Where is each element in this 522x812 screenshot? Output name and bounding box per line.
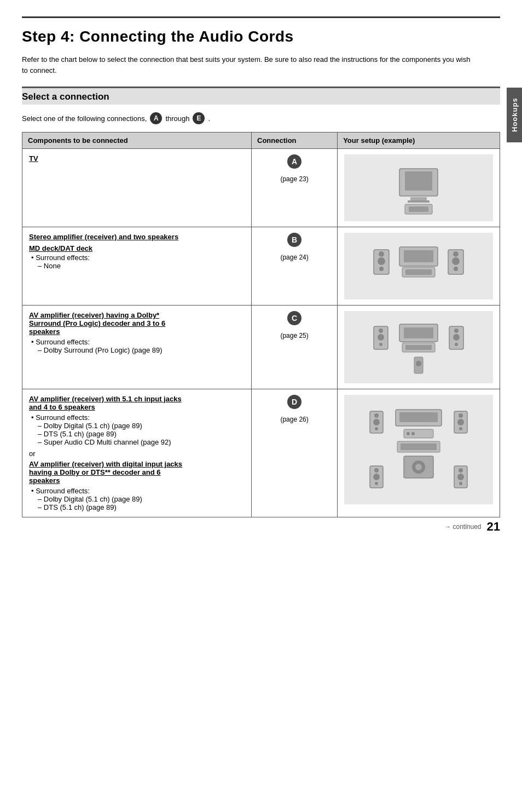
- setup-cell-tv: [338, 149, 500, 227]
- bullet-surround-stereo: Surround effects:: [31, 254, 245, 262]
- connections-table: Components to be connected Connection Yo…: [22, 132, 500, 517]
- svg-point-42: [373, 474, 380, 480]
- svg-rect-25: [405, 345, 432, 350]
- diagram-svg-dolby: [369, 314, 468, 380]
- setup-cell-av-dolby: [338, 306, 500, 389]
- setup-cell-stereo: [338, 227, 500, 306]
- diagram-svg-tv: [369, 158, 468, 218]
- sub-bullet-dolby-digital-2: Dolby Digital (5.1 ch) (page 89): [38, 495, 245, 503]
- header-components: Components to be connected: [22, 133, 252, 149]
- instruction-period: .: [208, 114, 210, 123]
- svg-point-43: [375, 482, 378, 485]
- sub-bullet-dts-51: DTS (5.1 ch) (page 89): [38, 430, 245, 438]
- svg-point-34: [373, 419, 380, 425]
- svg-point-9: [379, 267, 384, 271]
- sub-bullet-none: None: [38, 262, 245, 270]
- svg-point-45: [459, 468, 463, 473]
- page-ref-d: (page 26): [280, 416, 308, 423]
- svg-rect-23: [404, 327, 433, 338]
- bullet-list-digital: Surround effects:: [29, 487, 245, 495]
- component-title-av-digital: AV amplifier (receiver) with digital inp…: [29, 460, 245, 485]
- table-row-tv: TV A (page 23): [22, 149, 500, 227]
- svg-point-15: [453, 251, 459, 257]
- setup-diagram-stereo: [344, 233, 493, 300]
- svg-point-41: [374, 468, 379, 473]
- svg-point-29: [455, 343, 458, 346]
- svg-point-51: [407, 432, 410, 435]
- setup-diagram-tv: [344, 154, 493, 221]
- svg-point-7: [379, 251, 384, 257]
- side-tab: Hookups: [507, 88, 522, 142]
- svg-rect-3: [408, 200, 430, 203]
- page-container: Hookups Step 4: Connecting the Audio Cor…: [0, 0, 522, 550]
- page-number: 21: [487, 520, 500, 534]
- bullet-list-51: Surround effects:: [29, 413, 245, 422]
- bullet-surround-51: Surround effects:: [31, 413, 245, 422]
- connection-cell-51: D (page 26): [252, 389, 338, 517]
- sub-bullet-stereo: None: [29, 262, 245, 270]
- svg-point-38: [457, 419, 464, 425]
- component-title-stereo: Stereo amplifier (receiver) and two spea…: [29, 233, 245, 241]
- bullet-surround-digital: Surround effects:: [31, 487, 245, 495]
- section-header: Select a connection: [22, 87, 500, 105]
- components-cell-stereo: Stereo amplifier (receiver) and two spea…: [22, 227, 252, 306]
- bullet-surround-dolby: Surround effects:: [31, 338, 245, 346]
- svg-rect-54: [401, 444, 437, 450]
- svg-point-39: [459, 427, 462, 430]
- component-title-av-51: AV amplifier (receiver) with 5.1 ch inpu…: [29, 395, 245, 411]
- badge-wrap-c: C (page 25): [258, 311, 330, 339]
- sub-bullet-dolby-surround: Dolby Surround (Pro Logic) (page 89): [38, 346, 245, 354]
- page-ref-b: (page 24): [280, 254, 308, 261]
- svg-point-28: [453, 334, 460, 341]
- table-row-stereo: Stereo amplifier (receiver) and two spea…: [22, 227, 500, 306]
- page-footer: → continued 21: [444, 520, 500, 534]
- or-separator: or: [29, 450, 245, 458]
- sub-bullet-dolby: Dolby Surround (Pro Logic) (page 89): [29, 346, 245, 354]
- top-border: [22, 16, 500, 18]
- svg-point-17: [454, 267, 458, 271]
- sub-bullet-51: Dolby Digital (5.1 ch) (page 89) DTS (5.…: [29, 422, 245, 446]
- svg-point-31: [416, 361, 421, 366]
- connection-cell-dolby: C (page 25): [252, 306, 338, 389]
- badge-a: A: [287, 154, 301, 169]
- svg-point-27: [454, 329, 459, 333]
- component-title-av-dolby: AV amplifier (receiver) having a Dolby*S…: [29, 311, 245, 336]
- section-title: Select a connection: [22, 91, 109, 102]
- diagram-svg-51: [367, 403, 471, 496]
- badge-a-instruction: A: [150, 112, 162, 124]
- svg-point-57: [415, 464, 422, 470]
- svg-point-35: [375, 427, 378, 430]
- continued-text: → continued: [444, 523, 481, 531]
- connection-cell-tv: A (page 23): [252, 149, 338, 227]
- badge-d: D: [287, 395, 301, 409]
- page-ref-c: (page 25): [280, 332, 308, 339]
- svg-point-52: [411, 432, 415, 435]
- components-cell-tv: TV: [22, 149, 252, 227]
- table-header-row: Components to be connected Connection Yo…: [22, 133, 500, 149]
- svg-point-46: [457, 474, 464, 480]
- svg-rect-2: [410, 197, 427, 200]
- sub-bullet-super-audio: Super Audio CD Multi channel (page 92): [38, 438, 245, 446]
- setup-cell-av-51: [338, 389, 500, 517]
- svg-point-47: [459, 482, 462, 485]
- badge-wrap-b: B (page 24): [258, 233, 330, 261]
- svg-point-33: [374, 413, 379, 418]
- page-ref-a: (page 23): [280, 175, 308, 183]
- sub-bullet-dolby-digital: Dolby Digital (5.1 ch) (page 89): [38, 422, 245, 430]
- bullet-list-stereo: Surround effects:: [29, 254, 245, 262]
- diagram-svg-stereo: [369, 236, 468, 296]
- table-row-av-51: AV amplifier (receiver) with 5.1 ch inpu…: [22, 389, 500, 517]
- instruction-through: through: [165, 114, 189, 123]
- header-setup: Your setup (example): [338, 133, 500, 149]
- components-cell-av-51: AV amplifier (receiver) with 5.1 ch inpu…: [22, 389, 252, 517]
- svg-rect-13: [405, 269, 432, 275]
- svg-point-19: [379, 329, 383, 333]
- svg-point-21: [379, 343, 382, 346]
- setup-diagram-av-51: [344, 395, 493, 504]
- setup-diagram-av-dolby: [344, 311, 493, 383]
- badge-e-instruction: E: [193, 112, 205, 124]
- badge-wrap-d: D (page 26): [258, 395, 330, 423]
- svg-point-37: [459, 413, 463, 418]
- svg-rect-11: [404, 250, 433, 262]
- sub-bullet-digital: Dolby Digital (5.1 ch) (page 89) DTS (5.…: [29, 495, 245, 511]
